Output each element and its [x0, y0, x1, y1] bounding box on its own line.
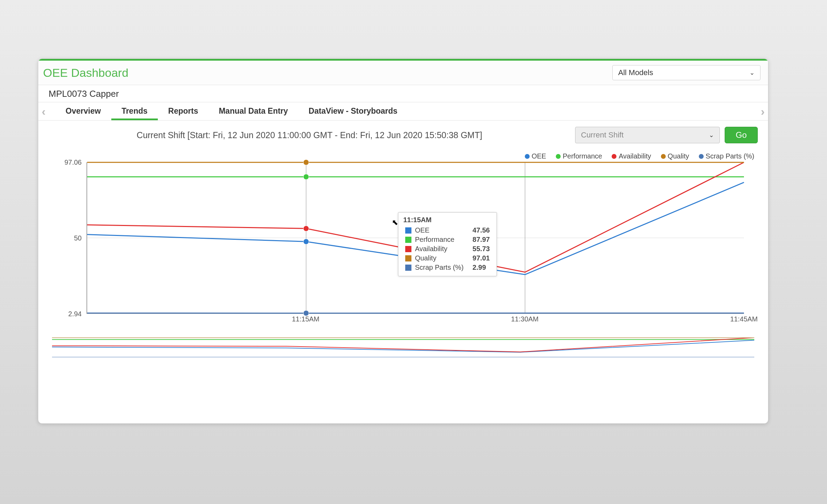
go-button[interactable]: Go	[725, 127, 758, 143]
shift-dropdown-placeholder: Current Shift	[581, 131, 624, 140]
minimap-svg	[52, 338, 754, 357]
x-axis-labels: 11:15AM 11:30AM 11:45AM	[86, 315, 744, 328]
plot-region[interactable]: 11:15AM OEE47.56 Performance87.97 Availa…	[86, 162, 744, 314]
y-tick: 97.06	[64, 158, 82, 166]
tab-trends[interactable]: Trends	[111, 102, 158, 120]
legend-item-oee[interactable]: OEE	[525, 152, 546, 160]
shift-dropdown[interactable]: Current Shift ⌄	[575, 127, 720, 143]
dashboard-window: OEE Dashboard All Models ⌄ MPL0073 Cappe…	[38, 59, 768, 424]
tab-row: ‹ Overview Trends Reports Manual Data En…	[38, 102, 768, 121]
x-tick: 11:30AM	[511, 315, 539, 323]
tab-dataview-storyboards[interactable]: DataView - Storyboards	[298, 102, 408, 120]
tab-overview[interactable]: Overview	[55, 102, 111, 120]
legend-item-scrap[interactable]: Scrap Parts (%)	[699, 152, 754, 160]
legend-item-quality[interactable]: Quality	[661, 152, 689, 160]
legend-item-availability[interactable]: Availability	[612, 152, 651, 160]
legend-label: OEE	[532, 152, 546, 160]
chart-tooltip: 11:15AM OEE47.56 Performance87.97 Availa…	[398, 212, 497, 276]
legend-label: Quality	[668, 152, 689, 160]
tabs: Overview Trends Reports Manual Data Entr…	[49, 102, 408, 120]
x-tick: 11:45AM	[730, 315, 758, 323]
legend-label: Availability	[619, 152, 651, 160]
svg-point-4	[303, 226, 309, 231]
title-bar: OEE Dashboard All Models ⌄	[38, 61, 768, 85]
chart-minimap[interactable]	[52, 337, 754, 357]
legend-dot	[525, 154, 530, 159]
page-title: OEE Dashboard	[43, 66, 129, 80]
tab-manual-data-entry[interactable]: Manual Data Entry	[208, 102, 298, 120]
legend-dot	[556, 154, 561, 159]
tabs-scroll-right-icon[interactable]: ›	[757, 103, 768, 120]
svg-point-5	[303, 160, 309, 165]
chart-area[interactable]: 97.06 50 2.94 11:15AM OEE47.56 Performan…	[52, 162, 754, 328]
y-tick: 2.94	[68, 310, 82, 318]
tooltip-time: 11:15AM	[403, 216, 492, 224]
chevron-down-icon: ⌄	[709, 131, 714, 139]
chart-legend: OEE Performance Availability Quality Scr…	[38, 146, 768, 161]
x-tick: 11:15AM	[292, 315, 319, 323]
tooltip-table: OEE47.56 Performance87.97 Availability55…	[403, 225, 492, 272]
models-dropdown[interactable]: All Models ⌄	[612, 65, 760, 80]
svg-point-2	[303, 239, 309, 244]
y-axis-labels: 97.06 50 2.94	[52, 162, 84, 314]
legend-dot	[699, 154, 704, 159]
tabs-scroll-left-icon[interactable]: ‹	[38, 103, 49, 120]
models-dropdown-value: All Models	[618, 68, 653, 77]
shift-range-label: Current Shift [Start: Fri, 12 Jun 2020 1…	[49, 130, 570, 140]
legend-item-performance[interactable]: Performance	[556, 152, 602, 160]
y-tick: 50	[74, 234, 82, 242]
legend-dot	[612, 154, 616, 159]
go-button-label: Go	[736, 130, 747, 140]
svg-point-3	[303, 174, 309, 179]
tab-reports[interactable]: Reports	[158, 102, 208, 120]
legend-label: Performance	[563, 152, 602, 160]
machine-name: MPL0073 Capper	[38, 85, 768, 102]
shift-controls: Current Shift [Start: Fri, 12 Jun 2020 1…	[38, 121, 768, 146]
chevron-down-icon: ⌄	[749, 69, 755, 76]
legend-label: Scrap Parts (%)	[706, 152, 754, 160]
legend-dot	[661, 154, 666, 159]
